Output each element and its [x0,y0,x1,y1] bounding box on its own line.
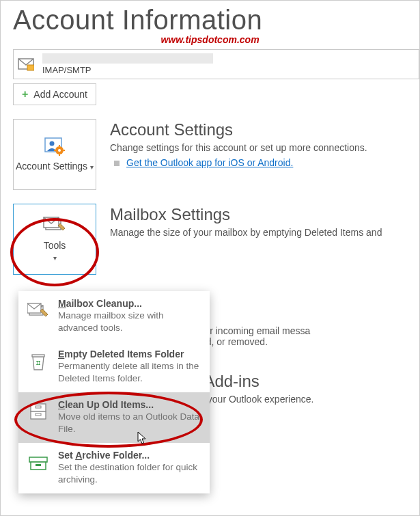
add-account-button[interactable]: + Add Account [13,83,96,105]
mailbox-cleanup-icon [27,299,50,323]
svg-rect-21 [36,464,41,466]
mailbox-tools-icon [42,215,67,236]
menu-title-empty-deleted: Empty Deleted Items Folder [58,349,201,359]
menu-title-mailbox-cleanup: Mailbox Cleanup... [58,298,201,309]
svg-point-5 [58,149,61,152]
account-icon [14,50,38,79]
watermark-text: www.tipsdotcom.com [13,34,419,45]
tools-dropdown: Mailbox Cleanup... Manage mailbox size w… [18,291,210,493]
account-protocol: IMAP/SMTP [42,65,419,75]
account-email-redacted [42,53,213,64]
outlook-app-link[interactable]: Get the Outlook app for iOS or Android. [126,157,293,168]
plus-icon: + [22,88,28,100]
chevron-down-icon: ▾ [53,254,57,262]
tools-button-label: Tools [44,240,66,251]
menu-desc-empty-deleted: Permanently delete all items in the Dele… [58,360,201,384]
menu-desc-clean-up-old: Move old items to an Outlook Data File. [58,411,201,435]
mailbox-settings-desc: Manage the size of your mailbox by empty… [110,227,419,238]
bullet-icon [114,161,120,166]
person-gear-icon [42,136,67,157]
archive-folder-icon [27,451,50,474]
menu-item-set-archive-folder[interactable]: Set Archive Folder... Set the destinatio… [18,443,210,493]
account-selector[interactable]: IMAP/SMTP [13,49,419,79]
menu-item-empty-deleted[interactable]: Empty Deleted Items Folder Permanently d… [18,342,210,392]
menu-title-set-archive-folder: Set Archive Folder... [58,450,201,461]
tools-button[interactable]: Tools ▾ [13,204,96,275]
menu-desc-mailbox-cleanup: Manage mailbox size with advanced tools. [58,310,201,334]
add-account-label: Add Account [33,89,87,100]
svg-point-3 [50,141,55,146]
menu-item-mailbox-cleanup[interactable]: Mailbox Cleanup... Manage mailbox size w… [18,291,210,342]
menu-title-clean-up-old: Clean Up Old Items... [58,399,201,410]
svg-rect-19 [29,457,47,462]
svg-rect-1 [27,65,34,70]
account-settings-title: Account Settings [110,120,419,139]
account-settings-desc: Change settings for this account or set … [110,142,419,153]
menu-item-clean-up-old[interactable]: Clean Up Old Items... Move old items to … [18,392,210,443]
mailbox-settings-title: Mailbox Settings [110,205,419,224]
account-settings-button[interactable]: Account Settings ▾ [13,119,96,190]
archive-drawer-icon [27,400,50,424]
menu-desc-set-archive-folder: Set the destination folder for quick arc… [58,461,201,485]
recycle-bin-icon [27,350,50,373]
page-title: Account Information [13,5,419,36]
svg-rect-14 [32,355,44,357]
account-settings-button-label: Account Settings [16,161,87,172]
chevron-down-icon: ▾ [90,163,94,171]
